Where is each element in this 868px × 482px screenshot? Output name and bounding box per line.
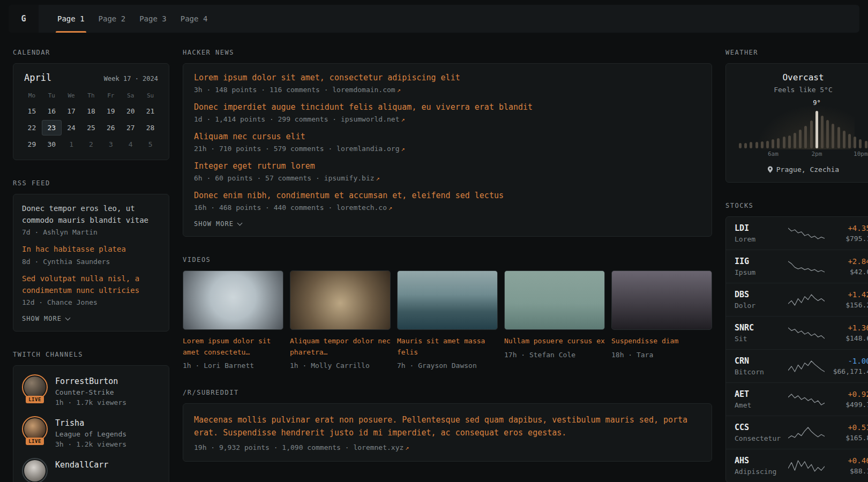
stock-values: +2.84% $42.04 (830, 257, 868, 276)
stocks-section: STOCKS LDI Lorem +4.35% $795.18 IIG (725, 202, 868, 482)
stock-row[interactable]: AHS Adipiscing +0.46% $88.10 (726, 449, 868, 482)
stock-row[interactable]: IIG Ipsum +2.84% $42.04 (726, 250, 868, 283)
external-link-icon: ↗ (397, 86, 401, 94)
video-title[interactable]: Mauris sit amet massa felis (397, 336, 498, 358)
twitch-channel-name[interactable]: KendallCarr (55, 458, 108, 470)
stock-row[interactable]: LDI Lorem +4.35% $795.18 (726, 217, 868, 250)
stock-row[interactable]: AET Amet +0.92% $499.72 (726, 382, 868, 416)
stock-id: SNRC Sit (735, 323, 783, 343)
hn-show-more-button[interactable]: SHOW MORE (194, 220, 701, 228)
stock-change: +0.46% (830, 456, 868, 465)
rss-section-title: RSS FEED (13, 179, 169, 187)
video-thumbnail[interactable] (183, 270, 283, 330)
weather-bar (804, 126, 807, 148)
calendar-day: 3 (101, 137, 121, 152)
weather-widget: Overcast Feels like 5°C 9° 6am 2pm 10pm … (725, 63, 868, 183)
calendar-month-label: April (24, 72, 51, 83)
video-card: Lorem ipsum dolor sit amet consectetu… 1… (183, 270, 283, 370)
calendar-widget: April Week 17 · 2024 MoTuWeThFrSaSu15161… (13, 63, 169, 160)
weather-bar (750, 142, 752, 148)
subreddit-post-title[interactable]: Maecenas mollis pulvinar erat non posuer… (194, 413, 701, 439)
app-logo[interactable]: G (9, 5, 39, 33)
calendar-section-title: CALENDAR (13, 49, 169, 56)
external-link-icon: ↗ (376, 175, 380, 182)
tab-page-3[interactable]: Page 3 (132, 5, 174, 33)
weather-bar (799, 130, 802, 148)
hn-item-meta-text: 16h · 468 points · 440 comments · loremt… (194, 204, 387, 212)
stock-sparkline (788, 227, 825, 240)
rss-item-meta: 8d · Cynthia Saunders (22, 258, 160, 266)
stocks-widget: LDI Lorem +4.35% $795.18 IIG Ipsum (725, 216, 868, 482)
calendar-day: 19 (101, 103, 121, 119)
twitch-channel-name[interactable]: Trisha (55, 416, 126, 428)
stock-symbol: LDI (735, 223, 783, 233)
video-thumbnail[interactable] (397, 270, 498, 330)
rss-item: In hac habitasse platea 8d · Cynthia Sau… (22, 244, 160, 266)
stock-id: IIG Ipsum (735, 257, 783, 276)
twitch-channel[interactable]: LIVE ForrestBurton Counter-Strike 1h · 1… (22, 374, 160, 406)
rss-item-meta: 7d · Ashlyn Martin (22, 228, 160, 236)
hn-item: Donec enim nibh, condimentum et accumsan… (194, 190, 701, 212)
rss-show-more-button[interactable]: SHOW MORE (22, 315, 160, 322)
video-card: Aliquam tempor dolor nec pharetra… 1h · … (290, 270, 391, 370)
rss-item: Sed volutpat nulla nisl, a condimentum n… (22, 273, 160, 306)
twitch-channel-game: Counter-Strike (55, 388, 126, 396)
external-link-icon: ↗ (405, 444, 409, 451)
rss-item-title[interactable]: Donec tempor eros leo, ut commodo mauris… (22, 203, 160, 226)
rss-section: RSS FEED Donec tempor eros leo, ut commo… (13, 179, 169, 332)
rss-item-title[interactable]: Sed volutpat nulla nisl, a condimentum n… (22, 273, 160, 296)
stock-row[interactable]: CRN Bitcorn -1.00% $66,171.48 (726, 349, 868, 382)
video-meta: 1h · Lori Barnett (183, 362, 283, 370)
stock-row[interactable]: DBS Dolor +1.42% $156.28 (726, 283, 868, 316)
stock-row[interactable]: CCS Consectetur +0.51% $165.84 (726, 416, 868, 449)
calendar-day: 2 (81, 137, 101, 152)
subreddit-section: /R/SUBREDDIT Maecenas mollis pulvinar er… (183, 389, 712, 462)
tab-page-4[interactable]: Page 4 (174, 5, 215, 33)
calendar-day: 5 (140, 137, 160, 152)
video-card: Suspendisse diam 18h · Tara (611, 270, 712, 370)
weather-bar (843, 131, 845, 148)
stock-change: +1.36% (830, 323, 868, 332)
calendar-day-header: Su (140, 88, 160, 102)
external-link-icon: ↗ (401, 116, 405, 123)
twitch-avatar-wrap: LIVE (22, 374, 48, 403)
tab-page-2[interactable]: Page 2 (92, 5, 133, 33)
hn-item-meta: 21h · 710 points · 579 comments · loreml… (194, 145, 701, 153)
calendar-day: 20 (121, 103, 140, 119)
stock-sparkline (788, 293, 825, 307)
hn-item-title[interactable]: Integer eget rutrum lorem (194, 161, 701, 172)
stock-name: Amet (735, 401, 783, 409)
tab-page-1[interactable]: Page 1 (50, 5, 92, 33)
live-badge: LIVE (26, 396, 44, 403)
hn-item-title[interactable]: Donec enim nibh, condimentum et accumsan… (194, 190, 701, 201)
video-title[interactable]: Nullam posuere cursus ex (504, 336, 605, 347)
twitch-channel[interactable]: LIVE Trisha League of Legends 3h · 1.2k … (22, 416, 160, 448)
twitch-channel-name[interactable]: ForrestBurton (55, 374, 126, 386)
calendar-day: 28 (140, 120, 160, 135)
weather-bar (744, 143, 747, 148)
weather-bar (815, 111, 818, 148)
twitch-channel[interactable]: KendallCarr (22, 458, 160, 482)
video-title[interactable]: Aliquam tempor dolor nec pharetra… (290, 336, 391, 358)
video-title[interactable]: Lorem ipsum dolor sit amet consectetu… (183, 336, 283, 358)
weather-bars (739, 110, 867, 148)
weather-bar (772, 139, 774, 148)
weather-bar (826, 120, 829, 148)
video-thumbnail[interactable] (611, 270, 712, 330)
hn-item-title[interactable]: Donec imperdiet augue tincidunt felis al… (194, 102, 701, 113)
video-thumbnail[interactable] (290, 270, 391, 330)
hn-item-title[interactable]: Lorem ipsum dolor sit amet, consectetur … (194, 72, 701, 84)
stock-row[interactable]: SNRC Sit +1.36% $148.64 (726, 316, 868, 349)
rss-item-title[interactable]: In hac habitasse platea (22, 244, 160, 255)
twitch-avatar-wrap: LIVE (22, 416, 48, 445)
video-thumbnail[interactable] (504, 270, 605, 330)
stock-id: AET Amet (735, 389, 783, 409)
stock-values: -1.00% $66,171.48 (830, 357, 868, 375)
stock-id: CRN Bitcorn (735, 356, 783, 376)
avatar (24, 460, 46, 481)
stock-id: CCS Consectetur (735, 423, 783, 442)
videos-section-title: VIDEOS (183, 256, 712, 263)
video-title[interactable]: Suspendisse diam (611, 336, 712, 347)
hn-item-title[interactable]: Aliquam nec cursus elit (194, 131, 701, 142)
calendar-day-header: Fr (101, 88, 121, 102)
